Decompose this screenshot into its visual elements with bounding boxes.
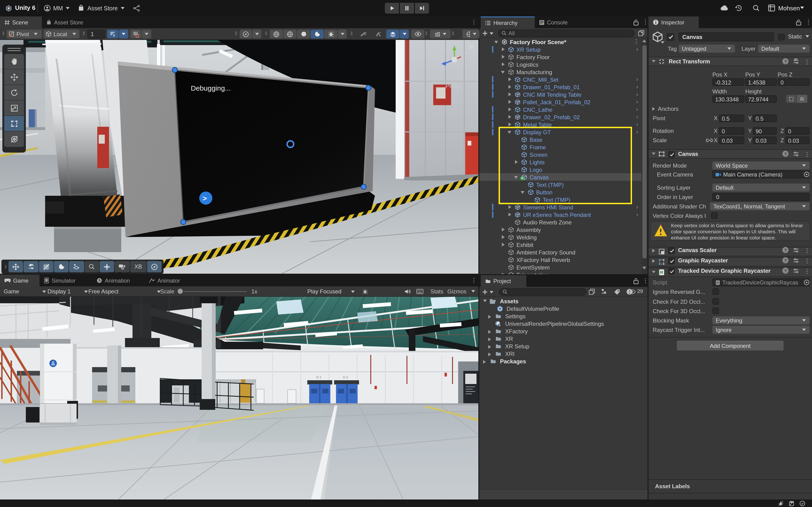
svg-text:Debugging...: Debugging... [191, 84, 231, 92]
svg-text:Persp: Persp [446, 82, 460, 89]
svg-text:?: ? [784, 59, 786, 64]
svg-text:2D: 2D [363, 32, 366, 35]
svg-text:D 2: D 2 [343, 375, 348, 379]
svg-text:>: > [203, 194, 207, 203]
svg-text:?: ? [784, 248, 786, 253]
svg-text:?: ? [784, 258, 786, 263]
svg-text:Y: Y [113, 34, 115, 37]
svg-text:?: ? [784, 152, 786, 157]
svg-text:D 1: D 1 [316, 375, 321, 379]
svg-text:?: ? [784, 269, 786, 274]
